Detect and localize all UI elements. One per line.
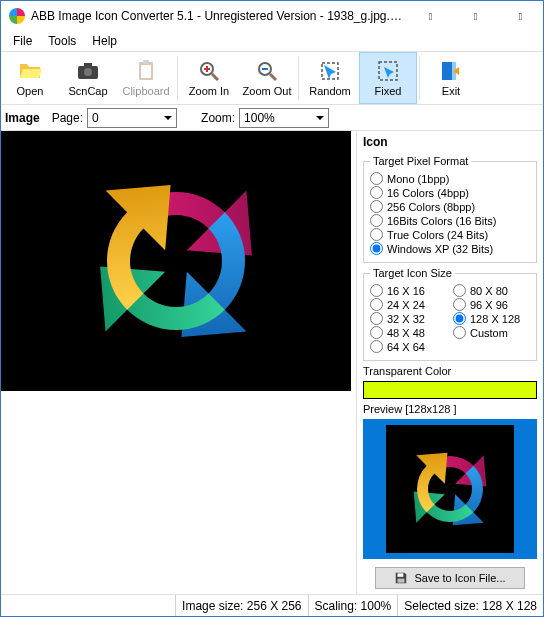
canvas-pane <box>1 131 357 594</box>
zoom-label: Zoom: <box>201 111 235 125</box>
exit-icon <box>439 59 463 83</box>
scncap-button[interactable]: ScnCap <box>59 52 117 104</box>
radio-96[interactable]: 96 X 96 <box>453 298 530 311</box>
zoom-in-button[interactable]: Zoom In <box>180 52 238 104</box>
image-canvas[interactable] <box>1 131 356 594</box>
toolbar: Open ScnCap Clipboard Zoom In Zoom Out R… <box>1 51 543 105</box>
svg-line-7 <box>212 74 218 80</box>
maximize-button[interactable]:  <box>453 1 498 31</box>
page-label: Page: <box>52 111 83 125</box>
options-bar: Image Page: 0 Zoom: 100% <box>1 105 543 131</box>
chevron-down-icon <box>159 109 176 127</box>
camera-icon <box>76 59 100 83</box>
radio-128[interactable]: 128 X 128 <box>453 312 530 325</box>
preview-image <box>386 425 514 553</box>
pixel-format-group: Target Pixel Format Mono (1bpp) 16 Color… <box>363 155 537 263</box>
window-title: ABB Image Icon Converter 5.1 - Unregiste… <box>31 9 408 23</box>
svg-line-11 <box>270 74 276 80</box>
chevron-down-icon <box>311 109 328 127</box>
radio-truecolor[interactable]: True Colors (24 Bits) <box>370 228 530 241</box>
fixed-select-icon <box>376 59 400 83</box>
transparent-color-swatch[interactable] <box>363 381 537 399</box>
icon-size-group: Target Icon Size 16 X 16 24 X 24 32 X 32… <box>363 267 537 361</box>
save-button[interactable]: Save to Icon File... <box>375 567 524 589</box>
svg-rect-2 <box>84 63 92 67</box>
svg-point-1 <box>84 68 92 76</box>
status-scaling: Scaling: 100% <box>308 595 398 616</box>
clipboard-icon <box>134 59 158 83</box>
radio-winxp[interactable]: Windows XP (32 Bits) <box>370 242 530 255</box>
zoom-out-button[interactable]: Zoom Out <box>238 52 296 104</box>
svg-rect-5 <box>143 60 149 64</box>
radio-24[interactable]: 24 X 24 <box>370 298 447 311</box>
save-icon <box>394 571 408 585</box>
svg-rect-17 <box>398 573 404 577</box>
menu-help[interactable]: Help <box>84 32 125 50</box>
menubar: File Tools Help <box>1 31 543 51</box>
zoom-in-icon <box>197 59 221 83</box>
folder-open-icon <box>18 59 42 83</box>
radio-48[interactable]: 48 X 48 <box>370 326 447 339</box>
svg-rect-18 <box>398 579 405 583</box>
radio-16[interactable]: 16 X 16 <box>370 284 447 297</box>
close-button[interactable]:  <box>498 1 543 31</box>
icon-heading: Icon <box>363 135 537 149</box>
image-holder <box>1 131 351 391</box>
page-dropdown[interactable]: 0 <box>87 108 177 128</box>
side-panel: Icon Target Pixel Format Mono (1bpp) 16 … <box>357 131 543 594</box>
zoom-dropdown[interactable]: 100% <box>239 108 329 128</box>
preview-box <box>363 419 537 559</box>
random-button[interactable]: Random <box>301 52 359 104</box>
fixed-button[interactable]: Fixed <box>359 52 417 104</box>
radio-16bits[interactable]: 16Bits Colors (16 Bits) <box>370 214 530 227</box>
image-label: Image <box>5 111 40 125</box>
radio-16colors[interactable]: 16 Colors (4bpp) <box>370 186 530 199</box>
radio-256colors[interactable]: 256 Colors (8bpp) <box>370 200 530 213</box>
radio-mono[interactable]: Mono (1bpp) <box>370 172 530 185</box>
recycle-image <box>61 146 291 376</box>
menu-file[interactable]: File <box>5 32 40 50</box>
svg-rect-15 <box>442 62 452 80</box>
menu-tools[interactable]: Tools <box>40 32 84 50</box>
minimize-button[interactable]:  <box>408 1 453 31</box>
svg-rect-4 <box>141 65 151 78</box>
random-select-icon <box>318 59 342 83</box>
statusbar: Image size: 256 X 256 Scaling: 100% Sele… <box>1 594 543 616</box>
titlebar: ABB Image Icon Converter 5.1 - Unregiste… <box>1 1 543 31</box>
open-button[interactable]: Open <box>1 52 59 104</box>
radio-64[interactable]: 64 X 64 <box>370 340 447 353</box>
status-image-size: Image size: 256 X 256 <box>175 595 307 616</box>
radio-32[interactable]: 32 X 32 <box>370 312 447 325</box>
zoom-out-icon <box>255 59 279 83</box>
radio-80[interactable]: 80 X 80 <box>453 284 530 297</box>
exit-button[interactable]: Exit <box>422 52 480 104</box>
transparent-label: Transparent Color <box>363 365 537 377</box>
radio-custom[interactable]: Custom <box>453 326 530 339</box>
clipboard-button: Clipboard <box>117 52 175 104</box>
status-selected-size: Selected size: 128 X 128 <box>397 595 543 616</box>
app-icon <box>9 8 25 24</box>
preview-label: Preview [128x128 ] <box>363 403 537 415</box>
